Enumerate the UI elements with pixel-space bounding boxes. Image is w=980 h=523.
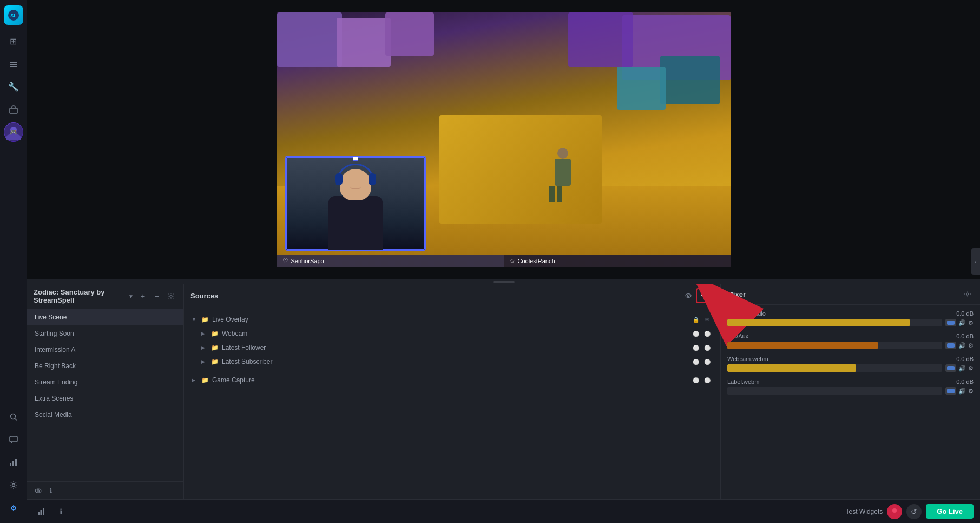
- test-avatar[interactable]: [887, 504, 902, 519]
- svg-rect-24: [41, 510, 42, 515]
- svg-point-15: [12, 484, 15, 487]
- search-sidebar-icon[interactable]: [4, 407, 23, 427]
- mixer-title: Mixer: [727, 290, 962, 298]
- source-overlay-label: Live Overlay: [212, 316, 248, 323]
- source-latest-follower[interactable]: ▶ 📁 Latest Follower ⚪ ⚪: [184, 341, 720, 355]
- source-latest-subscriber[interactable]: ▶ 📁 Latest Subscriber ⚪ ⚪: [184, 355, 720, 369]
- wrench-icon[interactable]: 🔧: [4, 77, 23, 96]
- scene-item-live[interactable]: Live Scene: [27, 309, 183, 325]
- layers-icon[interactable]: [4, 54, 23, 74]
- stats-btn[interactable]: [34, 504, 49, 519]
- mixer-label-db: 0.0 dB: [956, 378, 974, 385]
- right-panel-collapse[interactable]: ‹: [971, 248, 980, 275]
- svg-point-16: [170, 295, 172, 297]
- scene-item-starting[interactable]: Starting Soon: [27, 325, 183, 342]
- source-vis-icon-3: ⚪: [691, 343, 701, 352]
- mixer-desktop-vol-icon[interactable]: 🔊: [958, 319, 966, 326]
- mixer-mic-vol-icon[interactable]: 🔊: [958, 342, 966, 349]
- heart-icon: ♡: [282, 257, 288, 265]
- info-btn[interactable]: ℹ: [53, 504, 68, 519]
- mixer-mic-gear-icon[interactable]: ⚙: [968, 342, 974, 349]
- source-subscriber-label: Latest Subscriber: [222, 358, 272, 365]
- mixer-settings-btn[interactable]: [962, 288, 974, 300]
- scene-bottom-bar: ℹ: [27, 481, 183, 499]
- mixer-desktop-slider[interactable]: [727, 319, 942, 326]
- scenes-remove-btn[interactable]: −: [151, 290, 163, 302]
- user-avatar[interactable]: 🎮: [4, 122, 23, 142]
- mixer-webcam-vol-icon[interactable]: 🔊: [958, 365, 966, 372]
- scene-item-ending[interactable]: Stream Ending: [27, 374, 183, 390]
- scene-dropdown[interactable]: Zodiac: Sanctuary by StreamSpell ▼: [34, 288, 134, 304]
- mixer-desktop-fill: [727, 319, 910, 326]
- mixer-desktop-mute-btn[interactable]: [945, 319, 956, 326]
- mixer-mic-slider[interactable]: [727, 342, 942, 349]
- source-vis-icon-8: ⚪: [702, 375, 712, 385]
- scenes-title: Zodiac: Sanctuary by StreamSpell: [34, 288, 125, 304]
- store-icon[interactable]: [4, 100, 23, 119]
- mixer-header: Mixer: [721, 284, 980, 305]
- folder-icon-4: 📁: [211, 358, 219, 365]
- preview-canvas: ♡ SenhorSapo_ ☆ CoolestRanch: [277, 12, 731, 267]
- mixer-mic-fill: [727, 342, 878, 349]
- chevron-right-icon-2: ▶: [201, 345, 208, 350]
- mixer-webcam-mute-btn[interactable]: [945, 364, 956, 372]
- source-lock-icon: 🔒: [691, 315, 701, 324]
- app-logo[interactable]: SL: [4, 5, 23, 25]
- sources-add-btn[interactable]: +: [696, 288, 711, 303]
- drag-handle[interactable]: [27, 279, 980, 284]
- svg-rect-13: [12, 461, 14, 466]
- mixer-webcam-gear-icon[interactable]: ⚙: [968, 365, 974, 372]
- grid-icon[interactable]: ⊞: [4, 31, 23, 51]
- webcam-overlay[interactable]: [285, 156, 426, 251]
- svg-rect-12: [10, 463, 11, 466]
- sources-panel: Sources +: [184, 284, 720, 499]
- mixer-label-gear-icon[interactable]: ⚙: [968, 388, 974, 395]
- scene-item-brb[interactable]: Be Right Back: [27, 358, 183, 374]
- mixer-item-desktop-header: Desktop Audio 0.0 dB: [727, 310, 974, 317]
- star-badge: ☆ CoolestRanch: [504, 255, 731, 267]
- mixer-desktop-db: 0.0 dB: [956, 310, 974, 317]
- scene-item-social[interactable]: Social Media: [27, 407, 183, 423]
- mixer-label-mute-btn[interactable]: [945, 387, 956, 395]
- mixer-label-name: Label.webm: [727, 378, 759, 385]
- help-icon[interactable]: ⚙: [4, 498, 23, 518]
- source-webcam[interactable]: ▶ 📁 Webcam ⚪ ⚪: [184, 326, 720, 341]
- mixer-label-slider[interactable]: [727, 387, 942, 395]
- source-gamecapture-label: Game Capture: [212, 376, 255, 384]
- chat-sidebar-icon[interactable]: [4, 430, 23, 449]
- folder-icon-2: 📁: [211, 330, 219, 337]
- mixer-webcam-slider[interactable]: [727, 364, 942, 372]
- scenes-settings-btn[interactable]: [165, 290, 177, 302]
- svg-point-27: [892, 508, 897, 513]
- scene-info-icon[interactable]: ℹ: [45, 485, 56, 496]
- mixer-label-track: 🔊 ⚙: [727, 387, 974, 395]
- stats-sidebar-icon[interactable]: [4, 453, 23, 472]
- chevron-right-icon-4: ▶: [192, 377, 198, 383]
- source-game-capture[interactable]: ▶ 📁 Game Capture ⚪ ⚪: [184, 373, 720, 387]
- source-vis-icon-5: ⚪: [691, 357, 701, 367]
- sources-eye-btn[interactable]: [683, 290, 694, 301]
- scenes-add-btn[interactable]: +: [137, 290, 149, 302]
- scene-item-intermission[interactable]: Intermission A: [27, 342, 183, 358]
- drag-handle-bar: [493, 281, 515, 283]
- source-subscriber-icons: ⚪ ⚪: [691, 357, 712, 367]
- svg-rect-4: [10, 66, 17, 67]
- mixer-label-vol-icon[interactable]: 🔊: [958, 388, 966, 395]
- refresh-btn[interactable]: ↺: [906, 504, 922, 519]
- scene-eye-icon[interactable]: [32, 485, 43, 496]
- source-live-overlay[interactable]: ▼ 📁 Live Overlay 🔒 👁: [184, 312, 720, 326]
- folder-icon-3: 📁: [211, 344, 219, 351]
- mixer-mic-mute-btn[interactable]: [945, 342, 956, 349]
- svg-point-20: [687, 295, 689, 297]
- scene-item-extra[interactable]: Extra Scenes: [27, 390, 183, 407]
- source-gamecapture-icons: ⚪ ⚪: [691, 375, 712, 385]
- go-live-btn[interactable]: Go Live: [926, 504, 974, 519]
- chevron-right-icon-3: ▶: [201, 359, 208, 364]
- settings-bottom-icon[interactable]: [4, 475, 23, 495]
- mixer-desktop-gear-icon[interactable]: ⚙: [968, 319, 974, 326]
- scenes-panel: Zodiac: Sanctuary by StreamSpell ▼ + −: [27, 284, 184, 499]
- sources-top-bar: +: [683, 288, 713, 303]
- mixer-label-controls: 🔊 ⚙: [945, 387, 974, 395]
- webcam-resize-handle[interactable]: [353, 156, 358, 161]
- overlay-badges: ♡ SenhorSapo_ ☆ CoolestRanch: [277, 255, 731, 267]
